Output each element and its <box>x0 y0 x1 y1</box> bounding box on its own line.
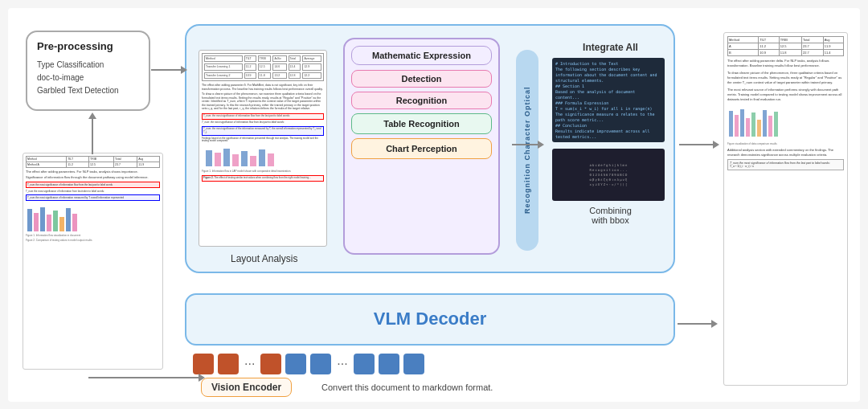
token-orange-1 <box>193 354 214 374</box>
token-dots-1: ··· <box>244 357 255 371</box>
preprocess-items: Type Classification doc-to-image Garbled… <box>37 59 139 97</box>
arrow-doc-to-vision <box>88 374 205 382</box>
token-row: ··· ··· <box>193 354 659 374</box>
preprocess-title: Pre-processing <box>37 40 139 52</box>
chart-perception-label: Chart Perception <box>386 144 457 153</box>
token-blue-4 <box>379 354 399 374</box>
svg-rect-12 <box>53 211 58 231</box>
token-blue-3 <box>354 354 375 374</box>
vlm-decoder-label: VLM Decoder <box>374 309 487 329</box>
chart-perception-box: Chart Perception <box>351 138 492 159</box>
arrow-preprocess-to-layout <box>151 66 187 74</box>
input-document-image: MethodTILTTRIBTotalAvg Method A11.212.52… <box>23 153 163 370</box>
preprocess-item-1: Type Classification <box>37 59 139 72</box>
integrate-area: Integrate All # Introduction to the Text… <box>552 42 669 259</box>
table-recognition-label: Table Recognition <box>383 119 460 129</box>
svg-rect-1 <box>215 153 221 166</box>
svg-rect-19 <box>746 118 750 137</box>
svg-rect-8 <box>27 209 32 231</box>
convert-text: Convert this document to markdown format… <box>321 382 493 392</box>
arrow-vlm-to-output <box>678 320 718 328</box>
vision-encoder-box: Vision Encoder <box>201 378 292 397</box>
svg-rect-3 <box>232 154 239 166</box>
svg-rect-23 <box>768 116 772 137</box>
vision-encoder-label: Vision Encoder <box>211 382 281 393</box>
integrate-label: Integrate All <box>552 42 669 53</box>
svg-rect-5 <box>250 156 256 166</box>
vertical-text-label: Recognition Character Optical <box>523 86 531 214</box>
output-code-text: # Introduction to the Text The following… <box>552 58 665 142</box>
recognition-panel: Mathematic Expression Detection Recognit… <box>343 38 500 255</box>
svg-rect-13 <box>59 217 64 231</box>
combining-label: Combining with bbox <box>552 206 669 225</box>
token-orange-3 <box>260 354 281 374</box>
main-diagram: MethodTILTTRIBArXivTotalAverage Transfer… <box>8 8 860 402</box>
svg-rect-22 <box>763 110 767 137</box>
math-expression-label: Mathematic Expression <box>358 51 485 60</box>
detection-label: Detection <box>401 74 441 84</box>
outer-blue-box: MethodTILTTRIBArXivTotalAverage Transfer… <box>185 24 675 273</box>
detection-box: Detection <box>351 70 492 88</box>
svg-rect-14 <box>66 208 71 231</box>
layout-label: Layout Analysis <box>231 253 297 264</box>
token-blue-2 <box>310 354 331 374</box>
token-dots-2: ··· <box>337 357 347 371</box>
svg-rect-2 <box>223 149 230 166</box>
svg-rect-21 <box>757 120 761 137</box>
output-paper-right: MethodTILTTRIBTotalAvg A11.212.523.711.9… <box>723 32 848 386</box>
svg-rect-9 <box>34 213 39 231</box>
preprocess-box: Pre-processing Type Classification doc-t… <box>26 31 150 111</box>
svg-rect-20 <box>751 112 755 137</box>
arrow-doc-to-preprocess <box>88 112 96 154</box>
preprocess-item-3: Garbled Text Detection <box>37 84 139 97</box>
preprocess-item-2: doc-to-image <box>37 72 139 84</box>
table-recognition-box: Table Recognition <box>351 113 492 134</box>
recognition-text-label: Recognition <box>396 96 448 105</box>
svg-rect-4 <box>241 151 248 166</box>
svg-rect-17 <box>735 115 739 137</box>
svg-rect-0 <box>206 150 212 166</box>
recognition-label-box: Recognition <box>351 92 492 109</box>
arrow-integrate-to-output <box>679 141 719 149</box>
svg-rect-18 <box>740 109 744 137</box>
math-expression-box: Mathematic Expression <box>351 46 492 65</box>
svg-rect-11 <box>47 215 51 231</box>
svg-rect-7 <box>268 153 274 166</box>
svg-rect-10 <box>40 207 45 231</box>
svg-rect-16 <box>729 111 733 137</box>
svg-rect-24 <box>774 112 778 137</box>
arrow-recognition-to-integrate <box>512 141 544 149</box>
token-orange-2 <box>218 354 239 374</box>
vertical-text-recognition: Recognition Character Optical <box>516 50 538 251</box>
token-blue-5 <box>403 354 424 374</box>
token-blue-1 <box>285 354 306 374</box>
svg-rect-15 <box>72 214 77 231</box>
vlm-decoder-box: VLM Decoder <box>185 293 675 346</box>
output-dark-doc-1: # Introduction to the Text The following… <box>552 58 665 142</box>
char-grid-image: abcdefghijklmn Recognition... 0123456789… <box>552 149 665 201</box>
svg-rect-6 <box>259 149 265 166</box>
layout-doc-thumbnail: MethodTILTTRIBArXivTotalAverage Transfer… <box>199 50 327 247</box>
